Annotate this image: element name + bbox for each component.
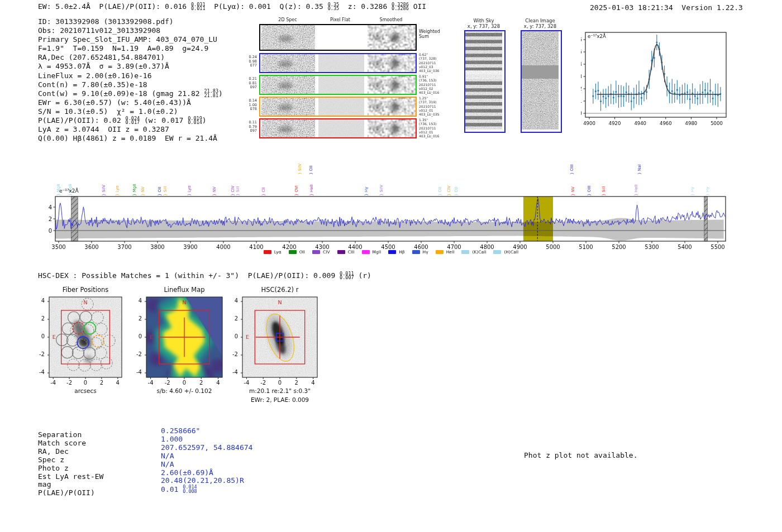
match-row-value: 2.60(±0.69)Å bbox=[161, 469, 252, 477]
info-block: ID: 3013392908 (3013392908.pdf)Obs: 2021… bbox=[38, 17, 223, 143]
info-line: λ = 4953.07Å σ = 3.89(±0.37)Å bbox=[38, 62, 223, 71]
fiber-cutout-row bbox=[259, 75, 417, 95]
flat-image bbox=[318, 98, 364, 116]
hsc-caption2: EWr: 2, PLAE: 0.009 bbox=[220, 396, 340, 403]
cutout-col-header: Smoothed bbox=[366, 17, 416, 22]
panel-x-tick: 0 bbox=[176, 380, 193, 386]
east-label: E bbox=[246, 334, 249, 340]
legend-item: OII bbox=[289, 250, 305, 255]
panel-y-tick: 2 bbox=[131, 315, 142, 322]
info-line: LineFlux = 2.00(±0.16)e-16 bbox=[38, 71, 223, 80]
stacked-uncertainty: 0.32860.3286 bbox=[392, 3, 409, 11]
spectral-line-label-text: } OIII bbox=[570, 165, 574, 175]
panel-x-tick: -2 bbox=[159, 380, 176, 386]
panel-y-tick: -4 bbox=[227, 369, 238, 375]
match-row-label: Separation bbox=[38, 431, 103, 439]
smooth-image bbox=[368, 98, 416, 116]
north-label: N bbox=[83, 299, 87, 305]
svg-text:4900: 4900 bbox=[583, 121, 595, 126]
cutout-image bbox=[318, 119, 364, 137]
spectrum-legend: LyαOIICIVCIIIMgIIHβHγHeII(K)CaII(H)CaII bbox=[45, 250, 737, 255]
legend-label: Lyα bbox=[274, 250, 282, 255]
spec-image bbox=[261, 25, 315, 50]
north-label: N bbox=[278, 299, 282, 305]
legend-swatch bbox=[388, 250, 396, 254]
lineflux-panel-title: Lineflux Map bbox=[135, 286, 233, 294]
legend-label: Hγ bbox=[423, 250, 428, 255]
info-line: F=1.9" T=0.159 N=1.19 A=0.89 g=24.9 bbox=[38, 44, 223, 53]
info-line: Cont(w) = 9.10(±0.09)e-18 (gmag 21.82 21… bbox=[38, 89, 223, 98]
panel-x-tick: -2 bbox=[61, 380, 78, 386]
match-row-label: RA, Dec bbox=[38, 448, 103, 456]
cutout-image bbox=[261, 119, 315, 137]
legend-item: Hγ bbox=[412, 250, 428, 255]
legend-item: (H)CaII bbox=[493, 250, 518, 255]
clean-image bbox=[521, 30, 562, 133]
svg-text:0: 0 bbox=[49, 228, 52, 234]
hsc-panel-art bbox=[242, 297, 317, 377]
panel-x-tick: 2 bbox=[93, 380, 110, 386]
timestamp: 2025-01-03 18:21:34 Version 1.22.3 bbox=[590, 3, 743, 12]
flat-image bbox=[318, 54, 364, 72]
svg-text:4: 4 bbox=[581, 61, 582, 67]
stacked-uncertainty: 21.8321.81 bbox=[204, 89, 218, 98]
masked-band bbox=[71, 196, 78, 241]
legend-swatch bbox=[264, 250, 271, 254]
hsc-panel-svg: NE bbox=[236, 296, 320, 381]
cutout-image bbox=[368, 119, 416, 137]
legend-label: CIV bbox=[323, 250, 330, 255]
panel-x-tick: 4 bbox=[305, 380, 322, 386]
spec-image bbox=[261, 119, 315, 137]
line-fit-svg: 4900492049404960498050000123456e⁻¹⁷x2Å bbox=[581, 28, 754, 134]
panel-x-tick: 4 bbox=[109, 380, 126, 386]
svg-text:2: 2 bbox=[49, 216, 52, 222]
smooth-image bbox=[368, 119, 416, 137]
legend-item: Lyα bbox=[264, 250, 282, 255]
panel-y-tick: -2 bbox=[227, 351, 238, 357]
cutout-col-header: Pixel Flat bbox=[315, 17, 365, 22]
cutout-image bbox=[261, 54, 315, 72]
svg-text:1: 1 bbox=[581, 98, 582, 104]
panel-x-tick: 2 bbox=[193, 380, 209, 386]
panel-y-tick: 2 bbox=[227, 315, 238, 322]
match-table-values: 0.258666"1.000207.652597, 54.884674N/AN/… bbox=[161, 427, 252, 494]
legend-item: (K)CaII bbox=[461, 250, 486, 255]
with-sky-image bbox=[464, 30, 506, 133]
match-row-label: mag bbox=[38, 481, 103, 489]
legend-label: OII bbox=[299, 250, 305, 255]
cutout-image bbox=[261, 25, 315, 50]
panel-y-tick: 4 bbox=[227, 298, 238, 304]
hsc-caption: m:20.1 re:2.1" s:0.3" bbox=[220, 387, 340, 394]
hsc-panel-title: HSC(26.2) r bbox=[231, 286, 328, 294]
cutout-image bbox=[368, 98, 416, 116]
panel-x-tick: -2 bbox=[255, 380, 271, 386]
info-line: LyA z = 3.0744 OII z = 0.3287 bbox=[38, 125, 223, 134]
row-weight-labels: 0.110.79097 bbox=[244, 121, 257, 133]
fiber-cutout-row bbox=[259, 53, 417, 73]
legend-item: CIV bbox=[312, 250, 330, 255]
spec-image bbox=[261, 54, 315, 72]
legend-swatch bbox=[337, 250, 345, 254]
flat-image bbox=[318, 76, 364, 94]
flat-image bbox=[318, 119, 364, 137]
match-table-labels: SeparationMatch scoreRA, DecSpec zPhoto … bbox=[38, 431, 103, 497]
cutout-image bbox=[261, 98, 315, 116]
svg-text:3: 3 bbox=[581, 74, 582, 79]
panel-x-tick: -4 bbox=[142, 380, 159, 386]
legend-item: CIII bbox=[337, 250, 355, 255]
row-weight-labels: 0.210.81097 bbox=[244, 77, 257, 90]
panel-x-tick: -4 bbox=[45, 380, 61, 386]
legend-label: HeII bbox=[446, 250, 455, 255]
svg-text:6: 6 bbox=[581, 37, 582, 42]
lineflux-panel-art bbox=[144, 296, 225, 381]
match-row-label: Est LyA rest-EW bbox=[38, 473, 103, 481]
match-row-value: 0.01 0.0140.008 bbox=[161, 485, 252, 493]
match-row-value: 207.652597, 54.884674 bbox=[161, 444, 252, 452]
match-row-value: 20.48(20.21,20.85)R bbox=[161, 477, 252, 485]
legend-swatch bbox=[412, 250, 420, 254]
legend-label: MgII bbox=[373, 250, 382, 255]
spec-image bbox=[261, 98, 315, 116]
cutout-image bbox=[368, 25, 416, 50]
legend-label: Hβ bbox=[399, 250, 404, 255]
svg-text:4960: 4960 bbox=[660, 121, 672, 126]
